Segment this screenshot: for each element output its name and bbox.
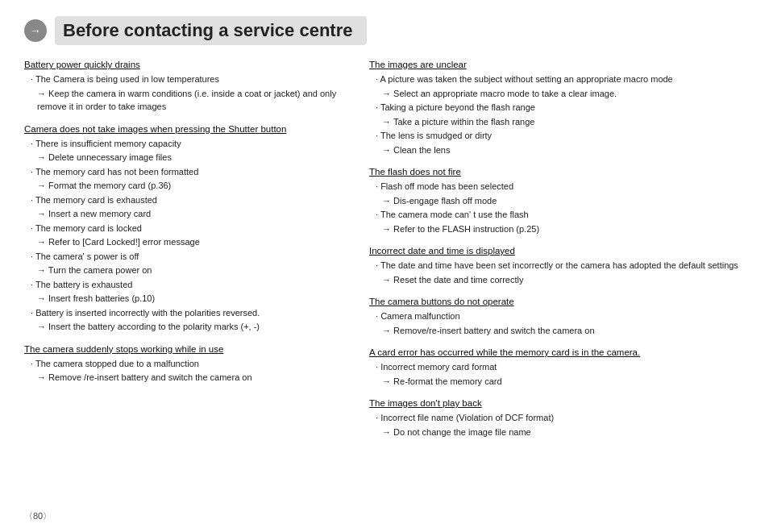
section-camera-stops: The camera suddenly stops working while … [24, 344, 345, 384]
page-footer: 〈80〉 [24, 510, 52, 522]
item-flash-no-fire-3: Refer to the FLASH instruction (p.25) [382, 222, 745, 236]
section-images-no-playback: The images don't play backIncorrect file… [369, 398, 745, 438]
section-card-error: A card error has occurred while the memo… [369, 347, 745, 388]
item-camera-no-take-5: Insert a new memory card [37, 207, 345, 221]
item-flash-no-fire-2: The camera mode can' t use the flash [376, 208, 745, 222]
item-buttons-no-operate-0: Camera malfunction [376, 310, 745, 323]
header-arrow-icon [24, 19, 47, 42]
item-incorrect-date-1: Reset the date and time correctly [382, 273, 745, 287]
item-images-no-playback-0: Incorrect file name (Violation of DCF fo… [376, 411, 745, 425]
left-column: Battery power quickly drainsThe Camera i… [24, 60, 361, 449]
page-number: 〈80〉 [24, 511, 52, 521]
item-images-unclear-4: The lens is smudged or dirty [376, 129, 745, 143]
item-camera-no-take-3: Format the memory card (p.36) [37, 179, 345, 193]
section-title-card-error: A card error has occurred while the memo… [369, 347, 745, 357]
item-card-error-1: Re-format the memory card [382, 375, 745, 389]
item-flash-no-fire-1: Dis-engage flash off mode [382, 194, 745, 208]
section-incorrect-date: Incorrect date and time is displayedThe … [369, 246, 745, 286]
item-images-no-playback-1: Do not change the image file name [382, 426, 745, 439]
item-images-unclear-3: Take a picture within the flash range [382, 115, 745, 129]
section-title-battery-drains: Battery power quickly drains [24, 60, 345, 69]
section-title-images-unclear: The images are unclear [369, 60, 745, 69]
item-camera-no-take-8: The camera' s power is off [31, 250, 345, 264]
section-title-images-no-playback: The images don't play back [369, 398, 745, 408]
item-images-unclear-2: Taking a picture beyond the flash range [376, 101, 745, 114]
page-title: Before contacting a service centre [55, 16, 367, 45]
page-header: Before contacting a service centre [24, 16, 745, 45]
content-area: Battery power quickly drainsThe Camera i… [24, 60, 745, 449]
section-battery-drains: Battery power quickly drainsThe Camera i… [24, 60, 345, 114]
section-title-incorrect-date: Incorrect date and time is displayed [369, 246, 745, 256]
item-camera-no-take-6: The memory card is locked [31, 222, 345, 235]
item-camera-no-take-12: Battery is inserted incorrectly with the… [31, 306, 345, 320]
page: Before contacting a service centre Batte… [0, 0, 769, 532]
item-incorrect-date-0: The date and time have been set incorrec… [376, 259, 745, 272]
item-camera-no-take-9: Turn the camera power on [37, 264, 345, 277]
section-camera-no-take: Camera does not take images when pressin… [24, 124, 345, 334]
item-buttons-no-operate-1: Remove/re-insert battery and switch the … [382, 324, 745, 338]
item-camera-no-take-11: Insert fresh batteries (p.10) [37, 292, 345, 305]
section-title-camera-stops: The camera suddenly stops working while … [24, 344, 345, 354]
item-card-error-0: Incorrect memory card format [376, 360, 745, 374]
item-images-unclear-0: A picture was taken the subject without … [376, 73, 745, 86]
item-camera-no-take-7: Refer to [Card Locked!] error message [37, 235, 345, 249]
section-flash-no-fire: The flash does not fireFlash off mode ha… [369, 167, 745, 235]
item-camera-no-take-0: There is insufficient memory capacity [31, 137, 345, 151]
item-camera-no-take-13: Insert the battery according to the pola… [37, 320, 345, 334]
item-camera-no-take-4: The memory card is exhausted [31, 193, 345, 207]
item-camera-no-take-2: The memory card has not been formatted [31, 165, 345, 179]
item-camera-no-take-1: Delete unnecessary image files [37, 151, 345, 164]
item-camera-no-take-10: The battery is exhausted [31, 278, 345, 292]
item-battery-drains-0: The Camera is being used in low temperat… [31, 73, 345, 86]
section-title-camera-no-take: Camera does not take images when pressin… [24, 124, 345, 134]
right-column: The images are unclearA picture was take… [361, 60, 745, 449]
item-camera-stops-0: The camera stopped due to a malfunction [31, 357, 345, 371]
item-images-unclear-1: Select an appropriate macro mode to take… [382, 87, 745, 101]
section-images-unclear: The images are unclearA picture was take… [369, 60, 745, 156]
item-images-unclear-5: Clean the lens [382, 143, 745, 157]
item-battery-drains-1: Keep the camera in warm conditions (i.e.… [37, 87, 345, 114]
item-camera-stops-1: Remove /re-insert battery and switch the… [37, 371, 345, 384]
section-buttons-no-operate: The camera buttons do not operateCamera … [369, 297, 745, 337]
item-flash-no-fire-0: Flash off mode has been selected [376, 180, 745, 193]
section-title-flash-no-fire: The flash does not fire [369, 167, 745, 177]
section-title-buttons-no-operate: The camera buttons do not operate [369, 297, 745, 306]
